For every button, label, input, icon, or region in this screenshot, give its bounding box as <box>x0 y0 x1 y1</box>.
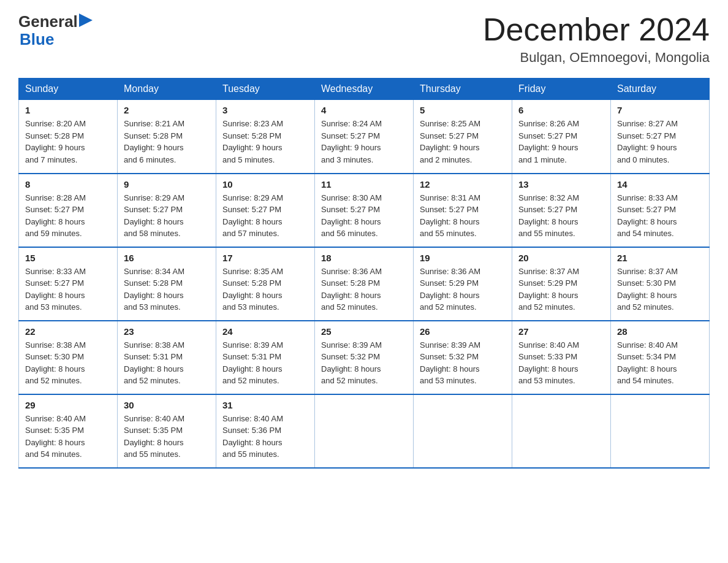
calendar-cell: 17 Sunrise: 8:35 AMSunset: 5:28 PMDaylig… <box>216 247 315 321</box>
day-number: 9 <box>124 179 210 190</box>
calendar-cell <box>414 394 512 468</box>
calendar-cell: 22 Sunrise: 8:38 AMSunset: 5:30 PMDaylig… <box>19 321 118 394</box>
day-info: Sunrise: 8:39 AMSunset: 5:32 PMDaylight:… <box>321 339 407 387</box>
calendar-week-row: 15 Sunrise: 8:33 AMSunset: 5:27 PMDaylig… <box>19 247 710 321</box>
calendar-cell: 16 Sunrise: 8:34 AMSunset: 5:28 PMDaylig… <box>118 247 216 321</box>
day-info: Sunrise: 8:39 AMSunset: 5:32 PMDaylight:… <box>420 339 506 387</box>
calendar-week-row: 8 Sunrise: 8:28 AMSunset: 5:27 PMDayligh… <box>19 174 710 247</box>
calendar-cell: 27 Sunrise: 8:40 AMSunset: 5:33 PMDaylig… <box>512 321 611 394</box>
calendar-cell: 13 Sunrise: 8:32 AMSunset: 5:27 PMDaylig… <box>512 174 611 247</box>
calendar-cell: 8 Sunrise: 8:28 AMSunset: 5:27 PMDayligh… <box>19 174 118 247</box>
calendar-header-row: SundayMondayTuesdayWednesdayThursdayFrid… <box>19 79 710 100</box>
day-number: 1 <box>25 105 111 115</box>
calendar-cell: 5 Sunrise: 8:25 AMSunset: 5:27 PMDayligh… <box>414 100 512 174</box>
day-number: 18 <box>321 253 407 263</box>
day-info: Sunrise: 8:33 AMSunset: 5:27 PMDaylight:… <box>25 266 111 313</box>
calendar-cell: 19 Sunrise: 8:36 AMSunset: 5:29 PMDaylig… <box>414 247 512 321</box>
day-info: Sunrise: 8:40 AMSunset: 5:36 PMDaylight:… <box>222 413 308 461</box>
day-number: 16 <box>124 253 210 263</box>
day-info: Sunrise: 8:27 AMSunset: 5:27 PMDaylight:… <box>617 118 703 166</box>
header-saturday: Saturday <box>611 79 710 100</box>
logo-line1: General <box>18 12 93 31</box>
header-friday: Friday <box>512 79 611 100</box>
calendar-cell: 7 Sunrise: 8:27 AMSunset: 5:27 PMDayligh… <box>611 100 710 174</box>
day-info: Sunrise: 8:29 AMSunset: 5:27 PMDaylight:… <box>222 192 308 240</box>
day-info: Sunrise: 8:20 AMSunset: 5:28 PMDaylight:… <box>25 118 111 166</box>
day-info: Sunrise: 8:37 AMSunset: 5:30 PMDaylight:… <box>617 266 703 313</box>
day-info: Sunrise: 8:36 AMSunset: 5:28 PMDaylight:… <box>321 266 407 313</box>
day-number: 6 <box>518 105 604 115</box>
calendar-cell: 18 Sunrise: 8:36 AMSunset: 5:28 PMDaylig… <box>315 247 414 321</box>
day-info: Sunrise: 8:33 AMSunset: 5:27 PMDaylight:… <box>617 192 703 240</box>
header-thursday: Thursday <box>414 79 512 100</box>
calendar-cell: 1 Sunrise: 8:20 AMSunset: 5:28 PMDayligh… <box>19 100 118 174</box>
day-info: Sunrise: 8:40 AMSunset: 5:35 PMDaylight:… <box>25 413 111 461</box>
day-info: Sunrise: 8:29 AMSunset: 5:27 PMDaylight:… <box>124 192 210 240</box>
day-number: 4 <box>321 105 407 115</box>
calendar-cell: 6 Sunrise: 8:26 AMSunset: 5:27 PMDayligh… <box>512 100 611 174</box>
day-info: Sunrise: 8:25 AMSunset: 5:27 PMDaylight:… <box>420 118 506 166</box>
title-area: December 2024 Bulgan, OEmnoegovi, Mongol… <box>483 12 710 66</box>
calendar-cell <box>512 394 611 468</box>
day-number: 11 <box>321 179 407 190</box>
calendar-cell: 20 Sunrise: 8:37 AMSunset: 5:29 PMDaylig… <box>512 247 611 321</box>
day-info: Sunrise: 8:23 AMSunset: 5:28 PMDaylight:… <box>222 118 308 166</box>
day-number: 14 <box>617 179 703 190</box>
day-info: Sunrise: 8:38 AMSunset: 5:31 PMDaylight:… <box>124 339 210 387</box>
logo-blue-text: Blue <box>20 31 54 47</box>
calendar-cell: 25 Sunrise: 8:39 AMSunset: 5:32 PMDaylig… <box>315 321 414 394</box>
day-info: Sunrise: 8:35 AMSunset: 5:28 PMDaylight:… <box>222 266 308 313</box>
day-info: Sunrise: 8:34 AMSunset: 5:28 PMDaylight:… <box>124 266 210 313</box>
calendar-week-row: 29 Sunrise: 8:40 AMSunset: 5:35 PMDaylig… <box>19 394 710 468</box>
calendar-cell: 24 Sunrise: 8:39 AMSunset: 5:31 PMDaylig… <box>216 321 315 394</box>
calendar-cell: 9 Sunrise: 8:29 AMSunset: 5:27 PMDayligh… <box>118 174 216 247</box>
day-number: 10 <box>222 179 308 190</box>
calendar-cell: 21 Sunrise: 8:37 AMSunset: 5:30 PMDaylig… <box>611 247 710 321</box>
day-number: 27 <box>518 326 604 337</box>
day-info: Sunrise: 8:21 AMSunset: 5:28 PMDaylight:… <box>124 118 210 166</box>
day-info: Sunrise: 8:26 AMSunset: 5:27 PMDaylight:… <box>518 118 604 166</box>
day-number: 21 <box>617 253 703 263</box>
day-number: 20 <box>518 253 604 263</box>
calendar-cell: 29 Sunrise: 8:40 AMSunset: 5:35 PMDaylig… <box>19 394 118 468</box>
day-number: 22 <box>25 326 111 337</box>
day-number: 15 <box>25 253 111 263</box>
calendar-week-row: 22 Sunrise: 8:38 AMSunset: 5:30 PMDaylig… <box>19 321 710 394</box>
day-info: Sunrise: 8:40 AMSunset: 5:35 PMDaylight:… <box>124 413 210 461</box>
header-tuesday: Tuesday <box>216 79 315 100</box>
day-info: Sunrise: 8:31 AMSunset: 5:27 PMDaylight:… <box>420 192 506 240</box>
calendar-cell: 14 Sunrise: 8:33 AMSunset: 5:27 PMDaylig… <box>611 174 710 247</box>
day-info: Sunrise: 8:24 AMSunset: 5:27 PMDaylight:… <box>321 118 407 166</box>
calendar-cell <box>611 394 710 468</box>
day-info: Sunrise: 8:36 AMSunset: 5:29 PMDaylight:… <box>420 266 506 313</box>
calendar-cell: 26 Sunrise: 8:39 AMSunset: 5:32 PMDaylig… <box>414 321 512 394</box>
header-wednesday: Wednesday <box>315 79 414 100</box>
header-monday: Monday <box>118 79 216 100</box>
day-number: 29 <box>25 400 111 410</box>
header: General Blue December 2024 Bulgan, OEmno… <box>18 12 710 66</box>
day-info: Sunrise: 8:40 AMSunset: 5:34 PMDaylight:… <box>617 339 703 387</box>
calendar-cell <box>315 394 414 468</box>
day-info: Sunrise: 8:39 AMSunset: 5:31 PMDaylight:… <box>222 339 308 387</box>
location-title: Bulgan, OEmnoegovi, Mongolia <box>483 50 710 66</box>
calendar-table: SundayMondayTuesdayWednesdayThursdayFrid… <box>18 78 710 469</box>
day-number: 12 <box>420 179 506 190</box>
logo: General Blue <box>18 12 93 47</box>
day-number: 8 <box>25 179 111 190</box>
day-info: Sunrise: 8:38 AMSunset: 5:30 PMDaylight:… <box>25 339 111 387</box>
day-number: 28 <box>617 326 703 337</box>
day-number: 17 <box>222 253 308 263</box>
calendar-cell: 3 Sunrise: 8:23 AMSunset: 5:28 PMDayligh… <box>216 100 315 174</box>
month-title: December 2024 <box>483 12 710 47</box>
calendar-cell: 30 Sunrise: 8:40 AMSunset: 5:35 PMDaylig… <box>118 394 216 468</box>
day-info: Sunrise: 8:28 AMSunset: 5:27 PMDaylight:… <box>25 192 111 240</box>
day-number: 24 <box>222 326 308 337</box>
day-number: 5 <box>420 105 506 115</box>
calendar-cell: 23 Sunrise: 8:38 AMSunset: 5:31 PMDaylig… <box>118 321 216 394</box>
calendar-cell: 11 Sunrise: 8:30 AMSunset: 5:27 PMDaylig… <box>315 174 414 247</box>
day-info: Sunrise: 8:37 AMSunset: 5:29 PMDaylight:… <box>518 266 604 313</box>
calendar-cell: 2 Sunrise: 8:21 AMSunset: 5:28 PMDayligh… <box>118 100 216 174</box>
calendar-cell: 28 Sunrise: 8:40 AMSunset: 5:34 PMDaylig… <box>611 321 710 394</box>
day-number: 26 <box>420 326 506 337</box>
day-number: 25 <box>321 326 407 337</box>
